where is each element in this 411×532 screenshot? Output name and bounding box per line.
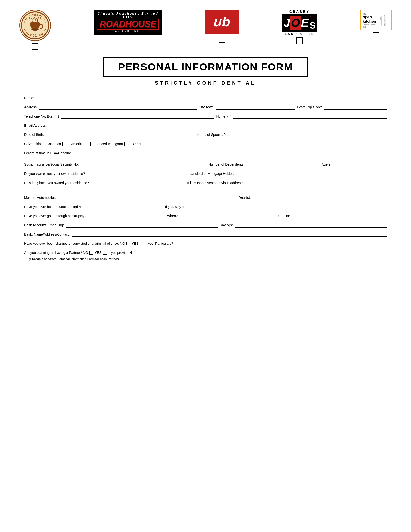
coffee-culture-logo-image: COFFEE CULTURE CAFE & EATERY	[19, 10, 51, 41]
other-label: Other:	[133, 142, 142, 146]
other-input[interactable]	[147, 142, 387, 146]
length-time-label: Length of time in USA/Canada:	[24, 151, 71, 155]
form-title: PERSONAL INFORMATION FORM	[118, 61, 293, 73]
ages-label: Age(s):	[322, 162, 332, 166]
open-kitchen-logo-image: the open kitchen Original Family Grill 🍴	[360, 10, 392, 30]
ages-input[interactable]	[334, 162, 387, 167]
joes-apostrophe: '	[310, 15, 316, 20]
name-input[interactable]	[36, 95, 387, 100]
criminal-row: Have you ever been charged or convicted …	[24, 241, 387, 246]
ok-tagline: Original Family Grill	[363, 24, 377, 28]
form-subtitle: STRICTLY CONFIDENTIAL	[19, 80, 392, 86]
american-checkbox[interactable]	[87, 142, 91, 146]
checkbox-coffee-culture[interactable]	[32, 43, 38, 50]
landed-checkbox[interactable]	[124, 142, 128, 146]
tel-bus-input[interactable]	[61, 114, 214, 119]
partner-label: Are you planning on having a Partner? NO	[24, 251, 88, 255]
tel-home-input[interactable]	[233, 114, 387, 119]
email-label: Email Address:	[24, 124, 47, 127]
roadhouse-text: ROADHOUSE	[97, 19, 159, 29]
crabby-joes-logo-image: CRABBY J O E ' S BAR • GRILL	[282, 10, 317, 35]
partner-name-input[interactable]	[141, 250, 387, 255]
chucks-roadhouse-logo-image: Chuck's Roadhouse Bar and Grill ROADHOUS…	[94, 10, 162, 35]
chequing-input[interactable]	[66, 223, 218, 228]
tel-bus-label: Telephone No. Bus. (	[24, 114, 56, 118]
criminal-label: Have you ever been charged or convicted …	[24, 242, 125, 246]
joes-o: O	[290, 16, 301, 29]
ub-text: ub	[214, 15, 230, 28]
chucks-top-text: Chuck's Roadhouse Bar and Grill	[97, 12, 159, 19]
logo-open-kitchen: the open kitchen Original Family Grill 🍴	[360, 10, 392, 39]
year-input[interactable]	[253, 195, 387, 200]
bank-name-input[interactable]	[72, 232, 387, 237]
ok-text-col: the open kitchen Original Family Grill	[363, 12, 377, 28]
checkbox-chucks[interactable]	[124, 37, 131, 43]
dob-input[interactable]	[46, 132, 195, 137]
length-time-row: Length of time in USA/Canada:	[24, 151, 387, 155]
ok-open: open	[363, 15, 377, 19]
dependents-input[interactable]	[246, 162, 320, 167]
header-logos: COFFEE CULTURE CAFE & EATERY	[19, 10, 392, 50]
bank-name-row: Bank: Name/Address/Contact:	[24, 232, 387, 237]
name-label: Name:	[24, 96, 34, 100]
email-input[interactable]	[49, 123, 387, 128]
tel-home-label: Home: (	[216, 114, 228, 118]
bank-accounts-row: Bank Accounts: Chequing: Savings:	[24, 223, 387, 228]
checkbox-open-kitchen[interactable]	[373, 32, 379, 39]
less-3-input[interactable]	[245, 180, 387, 185]
landlord-input[interactable]	[236, 171, 387, 176]
spouse-label: Name of Spouse/Partner:	[197, 133, 235, 137]
address-input[interactable]	[39, 105, 197, 110]
logo-coffee-culture: COFFEE CULTURE CAFE & EATERY	[19, 10, 51, 50]
joes-j: J	[284, 16, 290, 29]
chequing-label: Bank Accounts: Chequing:	[24, 223, 64, 227]
if-yes-why-input[interactable]	[186, 204, 387, 209]
joes-box: J O E ' S	[282, 14, 317, 32]
when-label: When?:	[167, 214, 179, 218]
landlord-label: Landlord or Mortgage Holder:	[189, 172, 234, 176]
criminal-particulars-input[interactable]	[175, 241, 366, 246]
sin-label: Social Insurance/Social Security No:	[24, 162, 79, 166]
partner-name-label: If yes provide Name:	[108, 251, 139, 255]
criminal-particulars-label: If yes: Particulars?	[145, 242, 173, 246]
logo-ub: ub	[205, 10, 239, 43]
bank-name-label: Bank: Name/Address/Contact:	[24, 232, 70, 236]
citizenship-row: Citizenship: Canadian American Landed Im…	[24, 142, 387, 146]
auto-input[interactable]	[58, 195, 237, 200]
form-section-financial: Social Insurance/Social Security No: Num…	[19, 162, 392, 185]
how-long-input[interactable]	[91, 180, 186, 185]
savings-input[interactable]	[235, 223, 387, 228]
svg-text:CAFE & EATERY: CAFE & EATERY	[27, 34, 43, 35]
form-section-personal: Name: Address: City/Town: Postal/Zip Cod…	[19, 95, 392, 155]
refused-bond-input[interactable]	[83, 204, 163, 209]
amount-input[interactable]	[292, 214, 387, 218]
bankruptcy-input[interactable]	[89, 214, 165, 218]
partner-no-checkbox[interactable]	[89, 251, 93, 255]
partner-yes-checkbox[interactable]	[103, 251, 107, 255]
joes-s: S	[310, 20, 316, 31]
fork-knife-icon: 🍴	[377, 15, 389, 26]
checkbox-ub[interactable]	[219, 36, 225, 43]
length-time-input[interactable]	[73, 151, 194, 155]
checkbox-crabby-joes[interactable]	[296, 37, 303, 44]
divider-2	[24, 190, 387, 190]
canadian-checkbox[interactable]	[62, 142, 66, 146]
spouse-input[interactable]	[237, 132, 387, 137]
criminal-particulars-input2[interactable]	[367, 241, 387, 246]
city-input[interactable]	[216, 105, 295, 110]
tel-home-paren: )	[230, 114, 231, 118]
form-title-box: PERSONAL INFORMATION FORM	[103, 57, 308, 77]
criminal-no-checkbox[interactable]	[126, 242, 130, 246]
postal-input[interactable]	[324, 105, 387, 110]
city-label: City/Town:	[199, 105, 215, 109]
dob-label: Date of Birth:	[24, 133, 44, 137]
sin-input[interactable]	[81, 162, 206, 167]
criminal-yes-checkbox[interactable]	[140, 242, 144, 246]
own-rent-input[interactable]	[87, 171, 188, 176]
if-yes-why-label: If yes, why?:	[165, 205, 184, 209]
dob-row: Date of Birth: Name of Spouse/Partner:	[24, 132, 387, 137]
page-number: 1	[390, 521, 392, 525]
partner-row: Are you planning on having a Partner? NO…	[24, 250, 387, 255]
tel-bus-paren: )	[58, 114, 59, 118]
when-input[interactable]	[181, 214, 275, 218]
